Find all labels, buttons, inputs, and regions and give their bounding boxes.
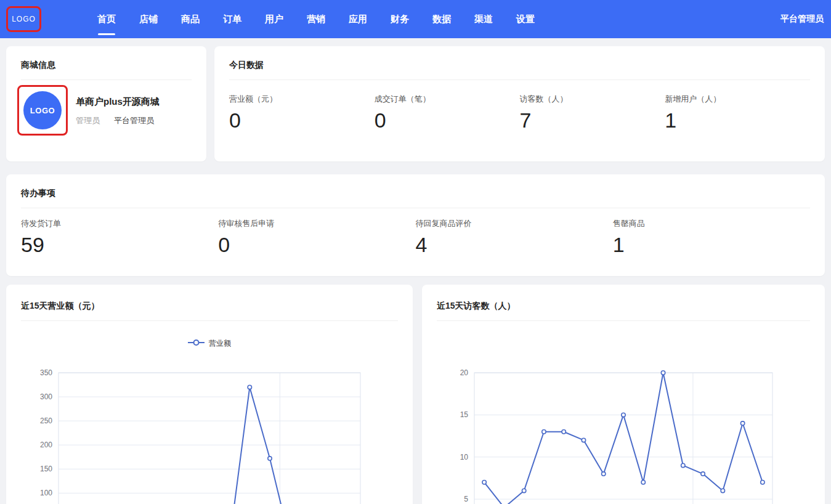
mall-logo-highlight[interactable]: LOGO <box>17 85 68 136</box>
svg-text:200: 200 <box>40 441 52 449</box>
mall-info-card: 商城信息 LOGO 单商户plus开源商城 管理员 平台管理员 <box>6 46 206 161</box>
logo-text: LOGO <box>12 15 36 23</box>
svg-text:350: 350 <box>40 368 52 377</box>
logo[interactable]: LOGO <box>6 6 41 32</box>
nav-item[interactable]: 店铺 <box>139 0 158 38</box>
role-value: 平台管理员 <box>114 115 154 126</box>
dashboard-main: 商城信息 LOGO 单商户plus开源商城 管理员 平台管理员 今日数据 <box>0 38 831 504</box>
stat-value: 0 <box>218 234 415 255</box>
stat-value: 1 <box>665 110 810 131</box>
stat-label: 新增用户（人） <box>665 94 810 105</box>
avatar-text: LOGO <box>30 106 55 115</box>
stat-label: 待回复商品评价 <box>416 218 613 229</box>
nav-item[interactable]: 渠道 <box>474 0 493 38</box>
svg-text:300: 300 <box>40 392 52 401</box>
nav-item[interactable]: 商品 <box>181 0 200 38</box>
svg-text:10: 10 <box>460 453 469 461</box>
stat-label: 售罄商品 <box>613 218 810 229</box>
todo-title: 待办事项 <box>6 174 825 199</box>
stat-item: 营业额（元） 0 <box>229 94 375 131</box>
nav-item[interactable]: 设置 <box>516 0 535 38</box>
user-menu[interactable]: 平台管理员 <box>780 0 824 38</box>
stat-value: 59 <box>21 234 218 255</box>
top-navbar: LOGO 首页店铺商品订单用户营销应用财务数据渠道设置 平台管理员 <box>0 0 831 38</box>
nav-item[interactable]: 财务 <box>391 0 409 38</box>
mall-name: 单商户plus开源商城 <box>76 96 160 108</box>
stat-value: 0 <box>229 110 375 131</box>
visitors-chart-canvas: 20151050 <box>422 285 825 504</box>
today-data-title: 今日数据 <box>214 46 825 71</box>
nav-item[interactable]: 用户 <box>265 0 283 38</box>
nav-item[interactable]: 营销 <box>307 0 325 38</box>
stat-item: 访客数（人） 7 <box>520 94 665 131</box>
divider <box>21 208 810 208</box>
svg-text:5: 5 <box>464 495 468 503</box>
svg-text:250: 250 <box>40 417 52 425</box>
nav-item[interactable]: 数据 <box>432 0 451 38</box>
mall-info-title: 商城信息 <box>6 46 206 71</box>
stat-label: 访客数（人） <box>520 94 665 105</box>
today-data-card: 今日数据 营业额（元） 0 成交订单（笔） 0 访客数（人） 7 新增用户（人） <box>214 46 825 161</box>
stat-item: 新增用户（人） 1 <box>665 94 810 131</box>
revenue-chart-card: 近15天营业额（元） 350300250200150100500 营业额 <box>6 285 413 504</box>
main-nav: 首页店铺商品订单用户营销应用财务数据渠道设置 <box>97 0 535 38</box>
revenue-chart-canvas: 350300250200150100500 <box>6 285 413 504</box>
stat-label: 成交订单（笔） <box>375 94 520 105</box>
stat-label: 待审核售后申请 <box>218 218 415 229</box>
stat-item: 售罄商品 1 <box>613 218 810 255</box>
stat-item: 待审核售后申请 0 <box>218 218 415 255</box>
line-series-legend-icon <box>188 338 205 349</box>
revenue-chart-legend[interactable]: 营业额 <box>6 338 413 349</box>
svg-text:100: 100 <box>40 489 52 497</box>
stat-value: 4 <box>416 234 613 255</box>
stat-label: 待发货订单 <box>21 218 218 229</box>
stat-item: 待发货订单 59 <box>21 218 218 255</box>
role-label: 管理员 <box>76 115 100 126</box>
stat-value: 7 <box>520 110 665 131</box>
mall-logo-avatar: LOGO <box>23 91 62 129</box>
stat-item: 待回复商品评价 4 <box>416 218 613 255</box>
stat-label: 营业额（元） <box>229 94 375 105</box>
nav-item[interactable]: 应用 <box>349 0 367 38</box>
svg-text:15: 15 <box>460 410 469 419</box>
todo-stats: 待发货订单 59 待审核售后申请 0 待回复商品评价 4 售罄商品 1 <box>6 218 825 255</box>
visitors-chart-card: 近15天访客数（人） 20151050 <box>422 285 825 504</box>
stat-value: 1 <box>613 234 810 255</box>
svg-text:150: 150 <box>40 465 52 473</box>
nav-item[interactable]: 首页 <box>97 0 116 38</box>
divider <box>229 79 810 80</box>
nav-item[interactable]: 订单 <box>223 0 241 38</box>
todo-card: 待办事项 待发货订单 59 待审核售后申请 0 待回复商品评价 4 售罄商品 1 <box>6 174 825 276</box>
stat-value: 0 <box>375 110 520 131</box>
legend-label: 营业额 <box>209 338 231 349</box>
svg-text:20: 20 <box>460 368 469 377</box>
today-stats: 营业额（元） 0 成交订单（笔） 0 访客数（人） 7 新增用户（人） 1 <box>214 94 825 131</box>
stat-item: 成交订单（笔） 0 <box>375 94 520 131</box>
